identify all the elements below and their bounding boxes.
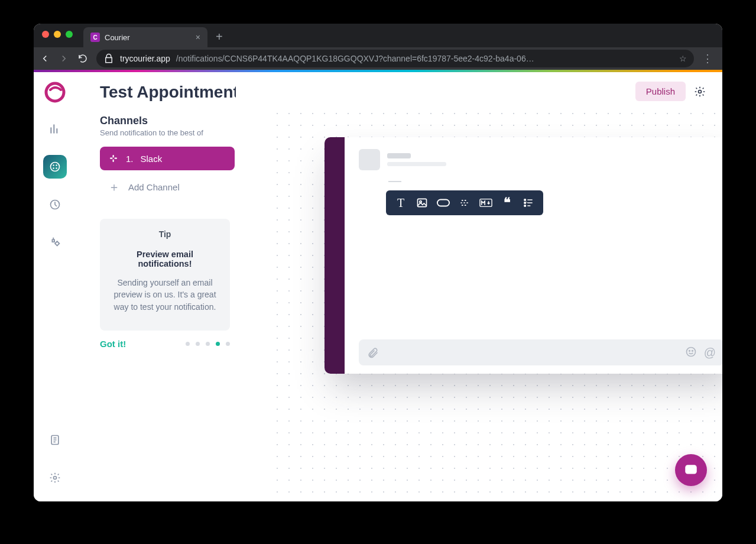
- svg-rect-13: [113, 160, 114, 163]
- editor-canvas[interactable]: T: [271, 108, 722, 501]
- svg-point-0: [46, 83, 64, 101]
- insert-list-icon[interactable]: [522, 196, 535, 209]
- insert-image-icon[interactable]: [416, 196, 429, 209]
- nav-integrations-icon[interactable]: [43, 231, 67, 254]
- header-actions: Publish: [635, 82, 706, 101]
- reload-button[interactable]: [77, 53, 88, 64]
- emoji-icon[interactable]: [685, 346, 697, 360]
- close-window-button[interactable]: [42, 31, 49, 38]
- svg-point-22: [689, 350, 690, 351]
- tab-title: Courier: [105, 33, 130, 42]
- address-bar[interactable]: trycourier.app/notifications/CCNS6P44TK4…: [96, 50, 694, 67]
- channel-item-slack[interactable]: 1. Slack: [100, 147, 235, 170]
- pager-dot[interactable]: [186, 342, 190, 346]
- tab-favicon: C: [90, 33, 100, 42]
- insert-markdown-icon[interactable]: [479, 196, 492, 209]
- courier-logo[interactable]: [44, 82, 66, 103]
- attachment-icon[interactable]: [367, 347, 379, 358]
- svg-point-9: [699, 90, 702, 93]
- svg-point-2: [53, 164, 54, 166]
- add-channel-label: Add Channel: [128, 182, 180, 192]
- tip-card: Tip Preview email notifications! Sending…: [100, 219, 230, 331]
- svg-point-3: [56, 164, 57, 166]
- svg-point-23: [692, 350, 693, 351]
- window-controls: [34, 24, 81, 45]
- svg-rect-24: [685, 465, 697, 474]
- tip-title: Preview email notifications!: [111, 250, 219, 268]
- slack-preview-card: T: [325, 137, 722, 374]
- tip-body: Sending yourself an email preview is on …: [111, 277, 219, 313]
- nav-analytics-icon[interactable]: [43, 117, 67, 141]
- compose-bar[interactable]: @: [359, 339, 722, 365]
- name-placeholder: [387, 153, 411, 158]
- add-channel-button[interactable]: ＋ Add Channel: [100, 175, 235, 199]
- svg-rect-14: [418, 199, 427, 206]
- nav-history-icon[interactable]: [43, 193, 67, 216]
- message-header: [359, 149, 722, 170]
- block-insert-toolbar: T: [386, 190, 543, 215]
- svg-point-5: [56, 167, 57, 169]
- app-root: Test Appointment Rem Publish Channels Se…: [34, 72, 722, 501]
- browser-menu-button[interactable]: ⋮: [702, 52, 716, 65]
- minimize-window-button[interactable]: [54, 31, 61, 38]
- svg-point-4: [53, 167, 54, 169]
- slack-icon: [108, 153, 119, 164]
- main-content: Test Appointment Rem Publish Channels Se…: [76, 72, 722, 501]
- svg-point-18: [524, 199, 526, 201]
- insert-quote-icon[interactable]: ❝: [501, 196, 514, 209]
- publish-button[interactable]: Publish: [635, 82, 686, 101]
- svg-rect-10: [110, 158, 113, 159]
- tip-footer: Got it!: [100, 339, 230, 349]
- text-placeholder: [387, 162, 446, 166]
- nav-logs-icon[interactable]: [43, 428, 67, 452]
- tip-label: Tip: [111, 229, 219, 239]
- browser-titlebar: C Courier × +: [34, 24, 722, 47]
- tip-got-it-button[interactable]: Got it!: [100, 339, 126, 349]
- nav-rail: [34, 72, 76, 501]
- divider-line: [388, 181, 401, 182]
- insert-divider-icon[interactable]: [458, 196, 471, 209]
- tab-close-icon[interactable]: ×: [196, 33, 200, 42]
- browser-tab[interactable]: C Courier ×: [83, 27, 207, 47]
- pager-dot[interactable]: [196, 342, 200, 346]
- browser-window: C Courier × + trycourier.app/notificatio…: [34, 24, 722, 501]
- insert-button-icon[interactable]: [437, 196, 450, 209]
- svg-rect-12: [113, 155, 114, 158]
- nav-settings-icon[interactable]: [43, 466, 67, 490]
- channel-index: 1.: [126, 154, 134, 164]
- insert-text-icon[interactable]: T: [394, 196, 407, 209]
- lock-icon: [103, 53, 114, 64]
- slack-message-body: T: [345, 137, 722, 374]
- nav-back-button[interactable]: [40, 53, 50, 64]
- svg-rect-16: [437, 200, 449, 206]
- page-settings-icon[interactable]: [694, 86, 706, 98]
- avatar-placeholder: [359, 149, 380, 170]
- page-title: Test Appointment Rem: [100, 83, 236, 102]
- svg-point-8: [54, 477, 57, 480]
- plus-icon: ＋: [108, 179, 120, 195]
- nav-designer-icon[interactable]: [43, 155, 67, 179]
- maximize-window-button[interactable]: [66, 31, 73, 38]
- svg-point-21: [686, 347, 695, 356]
- bookmark-star-icon[interactable]: ☆: [679, 54, 687, 63]
- pager-dot[interactable]: [226, 342, 230, 346]
- svg-rect-11: [115, 158, 118, 159]
- svg-point-20: [524, 205, 526, 207]
- channel-name: Slack: [141, 154, 163, 164]
- mention-icon[interactable]: @: [704, 346, 716, 360]
- pager-dot[interactable]: [206, 342, 210, 346]
- slack-brand-stripe: [325, 137, 345, 374]
- svg-point-1: [51, 163, 60, 171]
- url-path: /notifications/CCNS6P44TK4AAQQP1KG18GGQQ…: [176, 54, 534, 63]
- browser-toolbar: trycourier.app/notifications/CCNS6P44TK4…: [34, 47, 722, 70]
- url-host: trycourier.app: [120, 54, 170, 63]
- tip-pager: [186, 342, 230, 346]
- nav-forward-button[interactable]: [59, 53, 69, 64]
- pager-dot-active[interactable]: [216, 342, 220, 346]
- chat-launcher-button[interactable]: [675, 454, 707, 486]
- new-tab-button[interactable]: +: [207, 30, 231, 47]
